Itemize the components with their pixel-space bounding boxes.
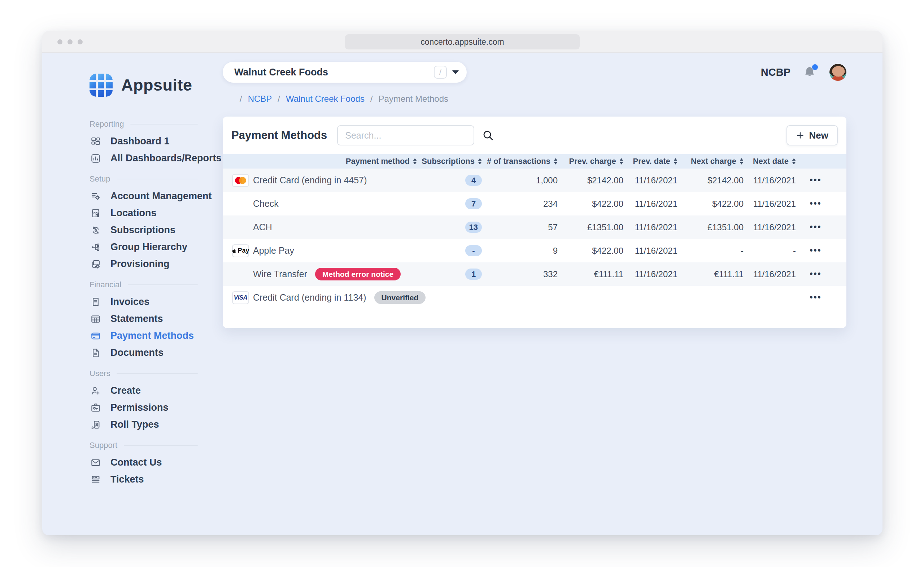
table-row[interactable]: ACH 13 57 £1351.00 11/16/2021 £1351.00 <box>223 216 846 239</box>
table-row[interactable]: Check 7 234 $422.00 11/16/2021 $422.00 <box>223 192 846 216</box>
table-row[interactable]: Credit Card (ending in 4457) 4 1,000 $21… <box>223 168 846 192</box>
window-control-dot[interactable] <box>57 39 63 44</box>
payment-methods-card: Payment Methods New <box>223 117 846 328</box>
sort-icon <box>792 158 796 165</box>
subscriptions-cell: 4 <box>417 175 482 186</box>
card-header: Payment Methods New <box>223 117 846 154</box>
sidebar-nav: Reporting Dashboard 1 <box>90 117 223 488</box>
payment-method-name: Check <box>253 198 279 209</box>
notifications-bell-icon[interactable] <box>804 65 816 79</box>
table-row[interactable]: Pay Apple Pay - 9 $422.00 11/16/2021 <box>223 239 846 262</box>
table-column-header[interactable]: Prev. date <box>623 157 678 166</box>
breadcrumb-item[interactable]: Payment Methods <box>379 94 448 104</box>
sidebar-item-icon <box>90 152 102 165</box>
sidebar-item-label: Documents <box>111 347 164 358</box>
topbar: Walnut Creek Foods / NCBP <box>223 62 846 82</box>
transactions-cell: 57 <box>482 222 558 232</box>
prev-date-cell: 11/16/2021 <box>623 176 678 186</box>
address-bar[interactable]: concerto.appsuite.com <box>345 34 580 50</box>
plus-icon <box>796 131 804 140</box>
search-input[interactable] <box>337 125 474 146</box>
new-button[interactable]: New <box>786 125 838 146</box>
breadcrumb-item-wrap: / Walnut Creek Foods <box>272 94 364 104</box>
sidebar-item[interactable]: Locations <box>90 205 223 222</box>
sidebar-item[interactable]: Permissions <box>90 399 223 416</box>
sidebar-section-header: Support <box>90 438 198 453</box>
table-column-header[interactable]: Payment method <box>223 157 417 166</box>
table-column-header[interactable]: Subscriptions <box>417 157 482 166</box>
search-icon[interactable] <box>482 130 494 141</box>
sidebar-item-icon <box>90 402 102 414</box>
window-control-dot[interactable] <box>68 39 72 44</box>
sidebar-item-icon <box>90 330 102 342</box>
breadcrumb-item[interactable]: Walnut Creek Foods <box>286 94 364 104</box>
sidebar-item[interactable]: Group Hierarchy <box>90 238 223 255</box>
row-actions-menu-icon[interactable]: ••• <box>796 222 836 232</box>
sidebar-item[interactable]: Statements <box>90 310 223 327</box>
table-column-header[interactable]: # of transactions <box>482 157 558 166</box>
sidebar-item[interactable]: Contact Us <box>90 454 223 471</box>
sidebar-item[interactable]: Subscriptions <box>90 222 223 238</box>
table-column-header[interactable]: Prev. charge <box>558 157 623 166</box>
table-header-row: Payment method Subscriptions <box>223 154 846 168</box>
card-brand-icon: VISA <box>232 291 249 304</box>
subscriptions-cell: 13 <box>417 222 482 233</box>
subscriptions-count-badge: 13 <box>465 222 482 233</box>
org-selector[interactable]: Walnut Creek Foods / <box>223 62 467 82</box>
row-actions-menu-icon[interactable]: ••• <box>796 199 836 208</box>
sidebar-item[interactable]: All Dashboards/Reports <box>90 150 223 167</box>
sidebar-item[interactable]: Tickets <box>90 471 223 488</box>
sidebar-section-label: Setup <box>90 174 111 184</box>
sidebar-item[interactable]: Provisioning <box>90 255 223 273</box>
prev-charge-cell: €111.11 <box>558 269 623 279</box>
row-actions-menu-icon[interactable]: ••• <box>796 269 836 279</box>
transactions-cell: 234 <box>482 199 558 209</box>
subscriptions-cell <box>417 292 482 303</box>
payment-methods-table: Payment method Subscriptions <box>223 154 846 309</box>
payment-method-cell: Pay Apple Pay <box>223 245 417 256</box>
sidebar-item[interactable]: Invoices <box>90 293 223 310</box>
sidebar-item[interactable]: Dashboard 1 <box>90 133 223 150</box>
sort-icon <box>674 158 678 165</box>
breadcrumb-separator: / <box>240 94 242 104</box>
sidebar-item[interactable]: Payment Methods <box>90 327 223 344</box>
section-divider <box>117 373 198 374</box>
column-header-label: Subscriptions <box>422 157 475 166</box>
column-header-label: Next charge <box>691 157 736 166</box>
table-column-header[interactable]: Next charge <box>678 157 744 166</box>
breadcrumb-item[interactable]: NCBP <box>248 94 272 104</box>
main-content: Walnut Creek Foods / NCBP / <box>223 53 882 535</box>
column-header-label: Next date <box>753 157 789 166</box>
new-button-label: New <box>809 130 828 141</box>
sidebar-section: Reporting Dashboard 1 <box>90 117 223 167</box>
row-actions-menu-icon[interactable]: ••• <box>796 293 836 303</box>
sidebar-item-label: Create <box>111 385 141 396</box>
sidebar-section-items: Invoices Statements Payment <box>90 293 223 361</box>
apple-pay-icon: Pay <box>232 247 249 255</box>
sidebar-item-icon <box>90 135 102 148</box>
sidebar-item-icon <box>90 474 102 486</box>
payment-method-name: Credit Card (ending in 1134) <box>253 292 366 303</box>
sidebar-item-icon <box>90 241 102 254</box>
window-control-dot[interactable] <box>78 39 82 44</box>
table-row[interactable]: Wire Transfer Method error notice 1 332 … <box>223 262 846 286</box>
table-row[interactable]: VISA Credit Card (ending in 1134) Unveri… <box>223 286 846 309</box>
table-column-header[interactable]: Next date <box>744 157 796 166</box>
sidebar-item[interactable]: Roll Types <box>90 416 223 433</box>
sidebar-section-items: Account Management Locations <box>90 188 223 273</box>
breadcrumb-item-wrap: / Payment Methods <box>364 94 448 104</box>
next-date-cell: 11/16/2021 <box>744 222 796 232</box>
sidebar-item[interactable]: Create <box>90 382 223 399</box>
row-actions-menu-icon[interactable]: ••• <box>796 246 836 255</box>
user-avatar[interactable] <box>830 64 846 81</box>
prev-charge-cell: $422.00 <box>558 199 623 209</box>
sidebar-item[interactable]: Account Management <box>90 188 223 205</box>
sidebar-item-icon <box>90 418 102 431</box>
browser-window: concerto.appsuite.com Appsuite Reporting <box>42 31 882 535</box>
row-actions-menu-icon[interactable]: ••• <box>796 176 836 185</box>
sidebar-section: Users Create <box>90 366 223 433</box>
app-logo[interactable]: Appsuite <box>90 74 223 97</box>
mastercard-icon <box>235 177 246 184</box>
sidebar-item[interactable]: Documents <box>90 344 223 361</box>
prev-charge-cell: $422.00 <box>558 246 623 256</box>
